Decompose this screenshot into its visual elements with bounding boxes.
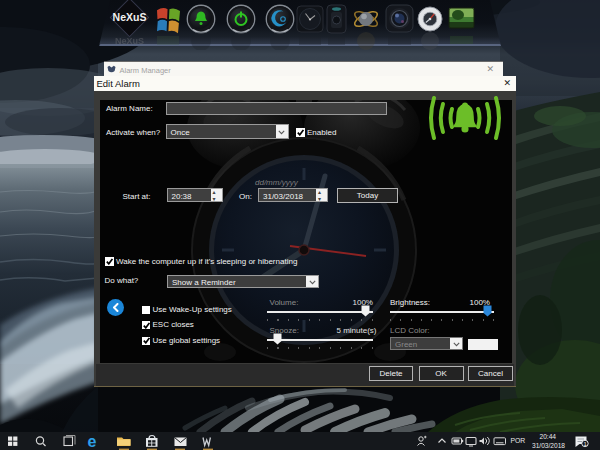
svg-text:1: 1 [583,441,586,447]
svg-text:31/03/2018: 31/03/2018 [532,442,565,449]
svg-text:POR: POR [511,437,526,444]
svg-text:NeXuS: NeXuS [113,11,147,23]
svg-text:e: e [88,433,97,450]
svg-text:20:44: 20:44 [539,433,556,440]
svg-text:NeXuS: NeXuS [115,36,144,46]
